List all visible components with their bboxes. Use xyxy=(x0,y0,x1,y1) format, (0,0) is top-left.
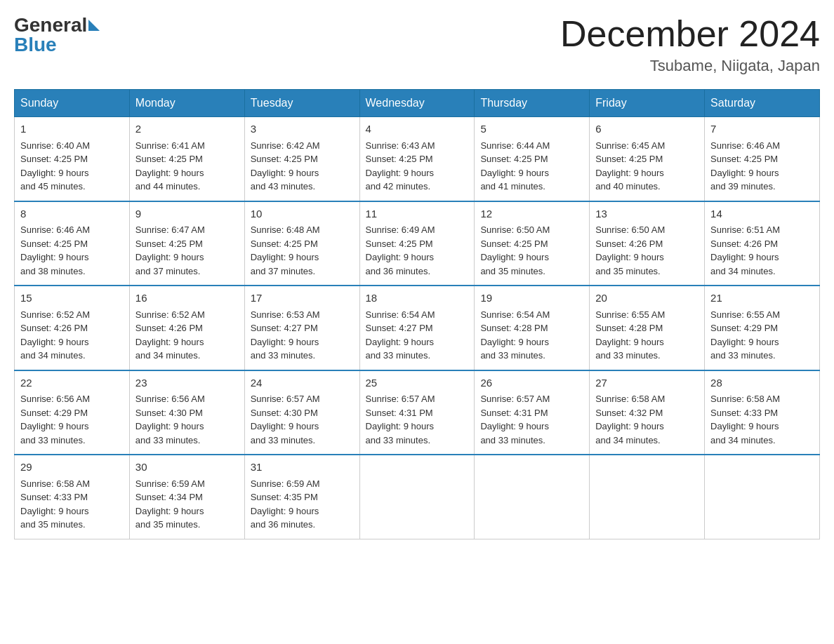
calendar-cell: 10Sunrise: 6:48 AMSunset: 4:25 PMDayligh… xyxy=(244,201,359,286)
calendar-cell: 18Sunrise: 6:54 AMSunset: 4:27 PMDayligh… xyxy=(359,286,475,370)
page-header: General Blue December 2024 Tsubame, Niig… xyxy=(14,14,820,75)
day-number: 15 xyxy=(20,290,124,307)
day-number: 19 xyxy=(480,290,583,307)
day-number: 29 xyxy=(20,459,124,476)
calendar-cell: 30Sunrise: 6:59 AMSunset: 4:34 PMDayligh… xyxy=(129,455,244,539)
day-number: 5 xyxy=(480,121,583,137)
day-number: 12 xyxy=(480,206,583,222)
calendar-cell: 17Sunrise: 6:53 AMSunset: 4:27 PMDayligh… xyxy=(244,286,359,370)
calendar-cell: 23Sunrise: 6:56 AMSunset: 4:30 PMDayligh… xyxy=(129,370,244,455)
calendar-cell: 19Sunrise: 6:54 AMSunset: 4:28 PMDayligh… xyxy=(475,286,590,370)
calendar-cell: 9Sunrise: 6:47 AMSunset: 4:25 PMDaylight… xyxy=(129,201,244,286)
calendar-cell: 28Sunrise: 6:58 AMSunset: 4:33 PMDayligh… xyxy=(705,370,820,455)
day-number: 6 xyxy=(595,121,699,137)
day-number: 16 xyxy=(135,290,239,307)
day-number: 31 xyxy=(251,459,354,476)
logo-arrow-icon xyxy=(88,20,100,31)
calendar-week-row: 22Sunrise: 6:56 AMSunset: 4:29 PMDayligh… xyxy=(15,370,820,455)
calendar-cell: 16Sunrise: 6:52 AMSunset: 4:26 PMDayligh… xyxy=(129,286,244,370)
day-number: 27 xyxy=(595,375,699,391)
day-number: 26 xyxy=(480,375,583,391)
day-number: 10 xyxy=(251,206,354,222)
title-block: December 2024 Tsubame, Niigata, Japan xyxy=(560,14,820,75)
day-number: 3 xyxy=(251,121,354,137)
calendar-cell: 13Sunrise: 6:50 AMSunset: 4:26 PMDayligh… xyxy=(590,201,705,286)
calendar-cell: 14Sunrise: 6:51 AMSunset: 4:26 PMDayligh… xyxy=(705,201,820,286)
calendar-cell: 2Sunrise: 6:41 AMSunset: 4:25 PMDaylight… xyxy=(129,117,244,201)
calendar-cell: 12Sunrise: 6:50 AMSunset: 4:25 PMDayligh… xyxy=(475,201,590,286)
calendar-week-row: 15Sunrise: 6:52 AMSunset: 4:26 PMDayligh… xyxy=(15,286,820,370)
calendar-week-row: 29Sunrise: 6:58 AMSunset: 4:33 PMDayligh… xyxy=(15,455,820,539)
weekday-header-saturday: Saturday xyxy=(705,90,820,117)
weekday-header-tuesday: Tuesday xyxy=(244,90,359,117)
calendar-cell xyxy=(590,455,705,539)
calendar-cell: 4Sunrise: 6:43 AMSunset: 4:25 PMDaylight… xyxy=(359,117,475,201)
weekday-header-friday: Friday xyxy=(590,90,705,117)
day-number: 23 xyxy=(135,375,239,391)
calendar-week-row: 8Sunrise: 6:46 AMSunset: 4:25 PMDaylight… xyxy=(15,201,820,286)
day-number: 28 xyxy=(710,375,814,391)
calendar-cell: 22Sunrise: 6:56 AMSunset: 4:29 PMDayligh… xyxy=(15,370,130,455)
weekday-header-thursday: Thursday xyxy=(475,90,590,117)
calendar-subtitle: Tsubame, Niigata, Japan xyxy=(560,57,820,75)
weekday-header-wednesday: Wednesday xyxy=(359,90,475,117)
day-number: 18 xyxy=(366,290,469,307)
day-number: 9 xyxy=(135,206,239,222)
calendar-cell: 31Sunrise: 6:59 AMSunset: 4:35 PMDayligh… xyxy=(244,455,359,539)
day-number: 25 xyxy=(366,375,469,391)
calendar-cell: 11Sunrise: 6:49 AMSunset: 4:25 PMDayligh… xyxy=(359,201,475,286)
calendar-cell xyxy=(705,455,820,539)
weekday-header-sunday: Sunday xyxy=(15,90,130,117)
calendar-cell: 15Sunrise: 6:52 AMSunset: 4:26 PMDayligh… xyxy=(15,286,130,370)
calendar-table: SundayMondayTuesdayWednesdayThursdayFrid… xyxy=(14,89,820,539)
calendar-cell xyxy=(359,455,475,539)
calendar-cell: 3Sunrise: 6:42 AMSunset: 4:25 PMDaylight… xyxy=(244,117,359,201)
calendar-cell: 7Sunrise: 6:46 AMSunset: 4:25 PMDaylight… xyxy=(705,117,820,201)
day-number: 4 xyxy=(366,121,469,137)
calendar-cell: 24Sunrise: 6:57 AMSunset: 4:30 PMDayligh… xyxy=(244,370,359,455)
day-number: 11 xyxy=(366,206,469,222)
day-number: 30 xyxy=(135,459,239,476)
day-number: 2 xyxy=(135,121,239,137)
calendar-week-row: 1Sunrise: 6:40 AMSunset: 4:25 PMDaylight… xyxy=(15,117,820,201)
calendar-cell xyxy=(475,455,590,539)
day-number: 1 xyxy=(20,121,124,137)
calendar-cell: 6Sunrise: 6:45 AMSunset: 4:25 PMDaylight… xyxy=(590,117,705,201)
calendar-cell: 8Sunrise: 6:46 AMSunset: 4:25 PMDaylight… xyxy=(15,201,130,286)
day-number: 24 xyxy=(251,375,354,391)
weekday-header-row: SundayMondayTuesdayWednesdayThursdayFrid… xyxy=(15,90,820,117)
day-number: 14 xyxy=(710,206,814,222)
day-number: 13 xyxy=(595,206,699,222)
day-number: 22 xyxy=(20,375,124,391)
calendar-title: December 2024 xyxy=(560,14,820,54)
calendar-cell: 29Sunrise: 6:58 AMSunset: 4:33 PMDayligh… xyxy=(15,455,130,539)
logo: General Blue xyxy=(14,14,100,56)
calendar-cell: 21Sunrise: 6:55 AMSunset: 4:29 PMDayligh… xyxy=(705,286,820,370)
day-number: 17 xyxy=(251,290,354,307)
day-number: 20 xyxy=(595,290,699,307)
calendar-cell: 5Sunrise: 6:44 AMSunset: 4:25 PMDaylight… xyxy=(475,117,590,201)
calendar-cell: 26Sunrise: 6:57 AMSunset: 4:31 PMDayligh… xyxy=(475,370,590,455)
day-number: 8 xyxy=(20,206,124,222)
day-number: 7 xyxy=(710,121,814,137)
day-number: 21 xyxy=(710,290,814,307)
calendar-cell: 1Sunrise: 6:40 AMSunset: 4:25 PMDaylight… xyxy=(15,117,130,201)
weekday-header-monday: Monday xyxy=(129,90,244,117)
calendar-cell: 20Sunrise: 6:55 AMSunset: 4:28 PMDayligh… xyxy=(590,286,705,370)
logo-text-blue: Blue xyxy=(14,34,57,56)
calendar-cell: 25Sunrise: 6:57 AMSunset: 4:31 PMDayligh… xyxy=(359,370,475,455)
calendar-cell: 27Sunrise: 6:58 AMSunset: 4:32 PMDayligh… xyxy=(590,370,705,455)
